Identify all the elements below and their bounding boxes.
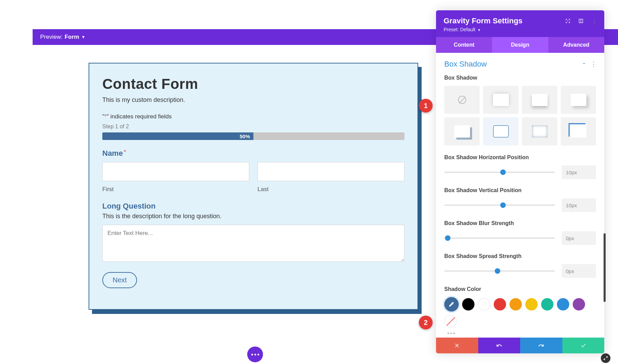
panel-footer bbox=[436, 338, 604, 353]
color-teal[interactable] bbox=[541, 298, 553, 310]
shadow-preset-4[interactable] bbox=[444, 117, 480, 145]
shadow-preset-2[interactable] bbox=[522, 86, 557, 114]
form-description: This is my custom description. bbox=[102, 96, 404, 104]
form-title: Contact Form bbox=[102, 76, 404, 92]
long-question-desc: This is the description for the long que… bbox=[102, 213, 404, 220]
shadow-preset-6[interactable] bbox=[522, 117, 557, 145]
shadow-preset-5[interactable] bbox=[483, 117, 518, 145]
first-name-input[interactable] bbox=[102, 162, 249, 181]
layout-icon[interactable] bbox=[578, 18, 584, 25]
shadow-presets bbox=[444, 86, 596, 145]
color-white[interactable] bbox=[478, 298, 490, 310]
hpos-slider[interactable] bbox=[444, 172, 555, 173]
page-actions-button[interactable] bbox=[247, 347, 263, 362]
blur-slider[interactable] bbox=[444, 237, 555, 239]
first-sublabel: First bbox=[102, 186, 249, 193]
tab-design[interactable]: Design bbox=[492, 37, 548, 53]
tab-advanced[interactable]: Advanced bbox=[548, 37, 604, 53]
spread-label: Box Shadow Spread Strength bbox=[444, 253, 596, 259]
blur-value[interactable]: 0px bbox=[562, 231, 596, 245]
undo-button[interactable] bbox=[478, 338, 520, 353]
color-transparent[interactable] bbox=[444, 315, 457, 327]
progress-bar: 50% bbox=[102, 132, 404, 140]
long-question-label: Long Question bbox=[102, 202, 404, 211]
collapse-icon[interactable] bbox=[582, 61, 586, 67]
more-colors-icon[interactable]: ••• bbox=[444, 330, 459, 337]
color-red[interactable] bbox=[494, 298, 506, 310]
annotation-1: 1 bbox=[419, 99, 433, 113]
expand-button[interactable] bbox=[601, 353, 610, 363]
blur-label: Box Shadow Blur Strength bbox=[444, 220, 596, 226]
scrollbar[interactable] bbox=[604, 233, 606, 302]
last-name-input[interactable] bbox=[258, 162, 404, 181]
vpos-value[interactable]: 10px bbox=[562, 198, 596, 212]
presets-label: Box Shadow bbox=[444, 75, 596, 81]
spread-value[interactable]: 0px bbox=[562, 264, 596, 278]
name-label: Name* bbox=[102, 149, 404, 158]
shadow-preset-1[interactable] bbox=[483, 86, 518, 114]
tab-content[interactable]: Content bbox=[436, 37, 492, 53]
cancel-button[interactable] bbox=[436, 338, 478, 353]
preview-value[interactable]: Form bbox=[65, 34, 79, 40]
color-picker-button[interactable] bbox=[444, 297, 459, 312]
last-sublabel: Last bbox=[258, 186, 404, 193]
vpos-slider[interactable] bbox=[444, 204, 555, 206]
shadow-color-label: Shadow Color bbox=[444, 286, 596, 292]
shadow-preset-7[interactable] bbox=[561, 117, 596, 145]
panel-header: Gravity Form Settings Preset: Default ▼ … bbox=[436, 10, 604, 37]
color-swatches bbox=[444, 297, 596, 327]
hpos-label: Box Shadow Horizontal Position bbox=[444, 154, 596, 161]
form-card: Contact Form This is my custom descripti… bbox=[89, 63, 418, 310]
preview-label: Preview: bbox=[40, 34, 62, 40]
hpos-value[interactable]: 10px bbox=[562, 165, 596, 179]
step-indicator: Step 1 of 2 bbox=[102, 124, 404, 130]
color-orange[interactable] bbox=[510, 298, 522, 310]
next-button[interactable]: Next bbox=[102, 272, 137, 288]
shadow-none[interactable] bbox=[444, 86, 480, 114]
settings-panel: Gravity Form Settings Preset: Default ▼ … bbox=[436, 10, 604, 353]
section-title[interactable]: Box Shadow bbox=[444, 60, 487, 69]
redo-button[interactable] bbox=[520, 338, 562, 353]
panel-tabs: Content Design Advanced bbox=[436, 37, 604, 53]
annotation-2: 2 bbox=[419, 316, 433, 329]
shadow-preset-3[interactable] bbox=[561, 86, 596, 114]
long-question-textarea[interactable] bbox=[102, 225, 404, 262]
panel-body: Box Shadow ⋮ Box Shadow Box Shadow Horiz… bbox=[436, 53, 604, 338]
spread-slider[interactable] bbox=[444, 270, 555, 272]
svg-point-0 bbox=[568, 21, 569, 22]
required-note: "*" indicates required fields bbox=[102, 113, 404, 120]
section-more-icon[interactable]: ⋮ bbox=[591, 60, 596, 68]
panel-title: Gravity Form Settings bbox=[444, 16, 565, 25]
panel-preset[interactable]: Preset: Default ▼ bbox=[444, 27, 565, 32]
vpos-label: Box Shadow Vertical Position bbox=[444, 187, 596, 193]
confirm-button[interactable] bbox=[562, 338, 605, 353]
color-yellow[interactable] bbox=[525, 298, 538, 310]
focus-icon[interactable] bbox=[565, 18, 571, 25]
chevron-down-icon[interactable]: ▼ bbox=[81, 35, 85, 39]
color-blue[interactable] bbox=[557, 298, 569, 310]
progress-fill: 50% bbox=[102, 132, 253, 140]
color-black[interactable] bbox=[462, 298, 474, 310]
color-purple[interactable] bbox=[573, 298, 585, 310]
more-icon[interactable]: ⋮ bbox=[591, 18, 597, 25]
